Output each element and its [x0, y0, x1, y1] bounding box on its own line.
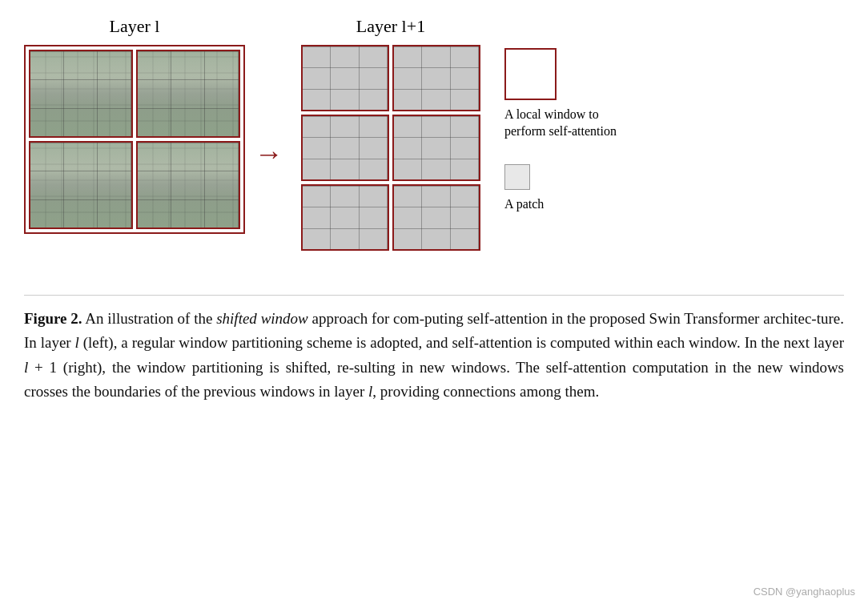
- caption-text-end: , providing connections among them.: [372, 383, 599, 400]
- legend-area: A local window toperform self-attention …: [480, 16, 617, 212]
- arrow-container: →: [245, 50, 293, 258]
- layer-lp1-title: Layer l+1: [356, 16, 425, 37]
- patch-grid-lp1-1: [303, 46, 388, 110]
- patch-grid-lp1-6: [394, 186, 479, 249]
- layer-lp1-window-3: [301, 115, 389, 181]
- legend-window-item: A local window toperform self-attention: [504, 48, 617, 140]
- patch-grid-4: [138, 143, 239, 228]
- legend-patch-box: [504, 164, 530, 190]
- patch-grid-lp1-5: [303, 186, 388, 249]
- layer-l-section: Layer l: [24, 16, 245, 234]
- legend-window-box: [504, 48, 557, 100]
- patch-grid-lp1-2: [394, 46, 479, 110]
- patch-grid-2: [138, 51, 239, 136]
- legend-patch-item: A patch: [504, 164, 544, 213]
- caption-text-3: (left), a regular window partitioning sc…: [79, 334, 844, 351]
- layer-lp1-window-5: [301, 184, 389, 251]
- patch-grid-lp1-3: [303, 116, 388, 179]
- layer-l-window-3: [29, 141, 133, 229]
- layer-l-window-1: [29, 50, 133, 138]
- layer-l-title: Layer l: [110, 16, 160, 37]
- layer-l-grid: [24, 45, 245, 234]
- main-container: Layer l →: [0, 0, 868, 604]
- layer-lp1-window-6: [392, 184, 480, 251]
- layer-lp1-section: Layer l+1: [301, 16, 480, 251]
- layer-lp1-grid: [301, 45, 480, 251]
- patch-grid-1: [30, 51, 131, 136]
- patch-grid-lp1-4: [394, 116, 479, 179]
- layer-lp1-window-4: [392, 115, 480, 181]
- figure-label: Figure 2.: [24, 310, 82, 327]
- watermark: CSDN @yanghaoplus: [753, 586, 855, 598]
- transition-arrow: →: [255, 137, 283, 171]
- caption-text-1: An illustration of the: [82, 310, 217, 327]
- layer-lp1-window-1: [301, 45, 389, 111]
- layer-l-window-4: [136, 141, 240, 229]
- legend-window-label: A local window toperform self-attention: [504, 107, 617, 140]
- legend-patch-label: A patch: [504, 196, 544, 213]
- diagram-area: Layer l →: [24, 16, 844, 280]
- caption-italic-shifted-window: shifted window: [216, 310, 308, 327]
- caption-area: Figure 2. An illustration of the shifted…: [24, 295, 844, 405]
- layer-l-window-2: [136, 50, 240, 138]
- patch-grid-3: [30, 143, 131, 228]
- layer-lp1-window-2: [392, 45, 480, 111]
